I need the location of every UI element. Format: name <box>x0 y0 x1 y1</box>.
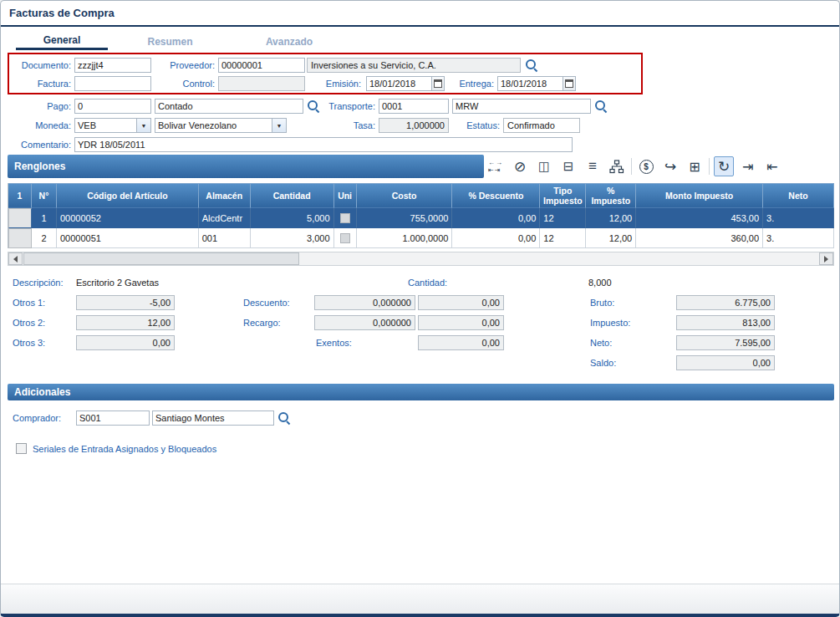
entrega-label: Entrega: <box>447 79 494 89</box>
transporte-label: Transporte: <box>317 101 375 111</box>
title-divider <box>1 25 839 27</box>
recargo-pct-field: 0,000000 <box>314 315 415 330</box>
uni-box <box>340 233 350 243</box>
neto-label: Neto: <box>590 338 612 348</box>
grid-header-pct-impuesto[interactable]: % Impuesto <box>586 183 636 208</box>
search-icon[interactable] <box>277 411 290 424</box>
grid-header-uni[interactable]: Uni <box>334 183 357 208</box>
row-selector[interactable] <box>8 208 32 228</box>
grid-header-monto-impuesto[interactable]: Monto Impuesto <box>636 183 763 208</box>
chevron-down-icon[interactable]: ▼ <box>136 118 151 133</box>
hierarchy-icon[interactable] <box>607 156 627 176</box>
documento-input[interactable] <box>74 58 151 73</box>
moneda-select[interactable]: ▼ <box>74 118 151 133</box>
grid-horizontal-scrollbar[interactable] <box>8 252 834 266</box>
tasa-label: Tasa: <box>317 120 375 130</box>
factura-input[interactable] <box>74 76 151 91</box>
cell-descuento: 0,00 <box>452 228 540 248</box>
sign-in-icon[interactable]: ⇥ <box>738 156 758 176</box>
descripcion-value: Escritorio 2 Gavetas <box>76 278 159 288</box>
recargo-label: Recargo: <box>243 318 281 328</box>
comentario-label: Comentario: <box>9 140 71 150</box>
transporte-code-input[interactable] <box>379 99 449 114</box>
seriales-checkbox[interactable] <box>16 443 27 454</box>
calendar-icon[interactable] <box>431 76 445 91</box>
table-row[interactable]: 2 00000051 001 3,000 1.000,0000 0,00 12 … <box>8 228 834 248</box>
pago-name-input[interactable] <box>155 99 303 114</box>
image-icon[interactable]: ◫ <box>534 156 554 176</box>
scroll-left-icon[interactable] <box>8 252 23 265</box>
scrollbar-thumb[interactable] <box>23 252 299 265</box>
bruto-field: 6.775,00 <box>676 295 775 310</box>
tab-resumen[interactable]: Resumen <box>122 33 218 50</box>
bottom-toolbar: Agregar Editar Buscar Eliminar Imprimir … <box>1 584 839 614</box>
renglones-title: Renglones <box>14 161 65 172</box>
otros3-label: Otros 3: <box>13 338 45 348</box>
descuento-monto-field: 0,00 <box>418 295 504 310</box>
grid-header-costo[interactable]: Costo <box>357 183 453 208</box>
record-navigation-icon[interactable]: ←→ ⇤⇥ <box>486 156 506 176</box>
user-blocked-icon[interactable]: ⊘ <box>510 156 530 176</box>
moneda-name-select[interactable]: ▼ <box>155 118 287 133</box>
currency-icon[interactable]: $ <box>636 156 656 176</box>
forward-icon[interactable]: ↪ <box>660 156 680 176</box>
grid-header-tipo-impuesto[interactable]: Tipo Impuesto <box>540 183 586 208</box>
calendar-icon[interactable] <box>563 76 576 91</box>
grid-header-almacen[interactable]: Almacén <box>199 183 251 208</box>
cell-cantidad: 5,000 <box>251 208 334 228</box>
list-icon[interactable]: ≡ <box>583 156 603 176</box>
grid-header-descuento[interactable]: % Descuento <box>452 183 540 208</box>
otros1-label: Otros 1: <box>13 298 45 308</box>
pago-code-input[interactable] <box>74 99 151 114</box>
scroll-right-icon[interactable] <box>819 252 833 265</box>
chevron-down-icon[interactable]: ▼ <box>272 118 287 133</box>
renglones-section-header: Renglones <box>8 155 484 178</box>
emision-date-field[interactable] <box>366 76 445 91</box>
row-selector[interactable] <box>8 228 32 248</box>
descuento-pct-field: 0,000000 <box>314 295 415 310</box>
exentos-label: Exentos: <box>316 338 352 348</box>
bruto-label: Bruto: <box>590 298 614 308</box>
grid-header-marker[interactable]: 1 <box>8 183 32 208</box>
add-document-icon[interactable]: ⊞ <box>685 156 705 176</box>
impuesto-field: 813,00 <box>676 315 775 330</box>
cell-costo: 755,0000 <box>357 208 453 228</box>
transporte-name-input[interactable] <box>452 99 591 114</box>
table-row[interactable]: 1 00000052 AlcdCentr 5,000 755,0000 0,00… <box>8 208 834 228</box>
tasa-field: 1,000000 <box>379 118 449 133</box>
entrega-input[interactable] <box>497 76 563 91</box>
package-icon[interactable]: ⊟ <box>558 156 578 176</box>
seriales-checkbox-label: Seriales de Entrada Asignados y Bloquead… <box>33 444 216 454</box>
tab-avanzado[interactable]: Avanzado <box>239 33 339 50</box>
proveedor-code-input[interactable] <box>218 58 305 73</box>
emision-label: Emisión: <box>313 79 361 89</box>
otros1-field: -5,00 <box>76 295 175 310</box>
grid-header-codigo[interactable]: Código del Artículo <box>57 183 199 208</box>
comentario-input[interactable] <box>74 137 573 152</box>
tab-general[interactable]: General <box>16 33 108 50</box>
grid-header-neto[interactable]: Neto <box>763 183 834 208</box>
adicionales-section-header: Adicionales <box>8 384 834 400</box>
cell-pct-impuesto: 12,00 <box>586 208 636 228</box>
cell-uni <box>334 228 357 248</box>
moneda-code-input[interactable] <box>74 118 136 133</box>
neto-field: 7.595,00 <box>676 335 775 350</box>
cell-codigo: 00000052 <box>57 208 199 228</box>
comprador-code-input[interactable] <box>76 410 150 426</box>
cell-almacen: AlcdCentr <box>199 208 251 228</box>
impuesto-label: Impuesto: <box>590 318 630 328</box>
sign-out-icon[interactable]: ⇤ <box>762 156 782 176</box>
search-icon[interactable] <box>525 59 537 71</box>
grid-header-numero[interactable]: N° <box>32 183 57 208</box>
descripcion-label: Descripción: <box>13 278 64 288</box>
cell-monto-impuesto: 360,00 <box>636 228 763 248</box>
entrega-date-field[interactable] <box>497 76 576 91</box>
cell-neto: 3. <box>763 228 834 248</box>
refresh-icon[interactable]: ↻ <box>714 156 734 176</box>
comprador-name-input[interactable] <box>152 410 274 426</box>
emision-input[interactable] <box>366 76 431 91</box>
facturas-window: Facturas de Compra General Resumen Avanz… <box>0 0 840 617</box>
moneda-name-input[interactable] <box>155 118 272 133</box>
grid-header-cantidad[interactable]: Cantidad <box>251 183 334 208</box>
search-icon[interactable] <box>594 99 607 112</box>
